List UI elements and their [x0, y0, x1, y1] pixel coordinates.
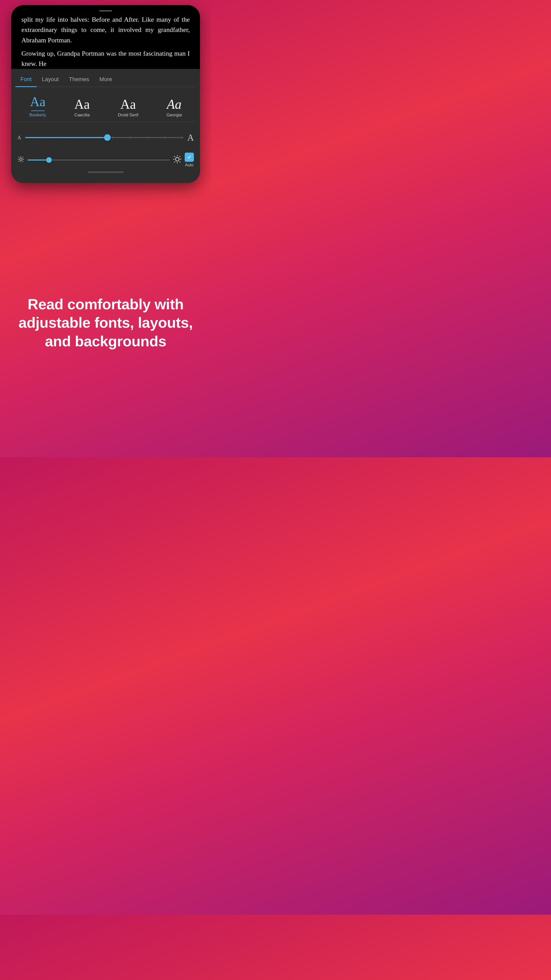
tab-more[interactable]: More [94, 74, 118, 87]
tick-2 [43, 137, 44, 138]
font-option-caecilia[interactable]: Aa Caecilia [74, 98, 90, 118]
tab-themes[interactable]: Themes [64, 74, 94, 87]
svg-point-0 [20, 158, 22, 161]
auto-brightness-toggle[interactable]: Auto [185, 153, 194, 167]
tab-layout[interactable]: Layout [37, 74, 64, 87]
tick-10 [182, 137, 183, 138]
svg-line-15 [179, 162, 180, 162]
phone-wrapper: split my life into halves: Before and Af… [6, 0, 205, 183]
font-preview-georgia: Aa [167, 98, 182, 111]
home-indicator [88, 172, 124, 173]
bookerly-underline [31, 110, 44, 111]
font-preview-bookerly: Aa [30, 95, 46, 108]
brightness-slider[interactable] [27, 159, 170, 161]
font-preview-caecilia: Aa [74, 98, 90, 111]
font-option-bookerly[interactable]: Aa Bookerly [29, 95, 46, 118]
bottom-panel: Font Layout Themes More Aa Bookerly Aa C… [11, 69, 200, 183]
svg-line-5 [19, 157, 19, 158]
tab-font[interactable]: Font [15, 74, 37, 87]
svg-point-9 [176, 158, 179, 161]
tabs: Font Layout Themes More [15, 74, 196, 87]
font-label-droid-serif: Droid Serif [118, 113, 138, 118]
slider-thumb[interactable] [104, 134, 111, 141]
tick-7 [130, 137, 130, 138]
font-label-bookerly: Bookerly [29, 113, 46, 118]
svg-line-14 [174, 156, 175, 157]
brightness-fill [27, 159, 49, 161]
tick-3 [60, 137, 61, 138]
svg-line-17 [174, 162, 175, 162]
font-option-droid-serif[interactable]: Aa Droid Serif [118, 98, 138, 118]
auto-label: Auto [185, 163, 194, 167]
tick-4 [78, 137, 78, 138]
font-size-small-label: A [17, 135, 21, 141]
checkbox-icon [185, 153, 194, 162]
book-text-1: split my life into halves: Before and Af… [21, 14, 190, 45]
tick-8 [148, 137, 148, 138]
tick-5 [95, 137, 96, 138]
scroll-indicator [99, 10, 112, 11]
font-size-large-label: A [187, 132, 194, 143]
book-text-2: Growing up, Grandpa Portman was the most… [21, 48, 190, 69]
svg-line-16 [179, 156, 180, 157]
brightness-low-icon [17, 156, 24, 164]
font-option-georgia[interactable]: Aa Georgia [166, 98, 182, 118]
promo-section: Read comfortably with adjustable fonts, … [0, 183, 211, 457]
font-label-georgia: Georgia [166, 113, 182, 118]
tick-1 [25, 137, 26, 138]
svg-line-6 [23, 161, 23, 162]
book-content: split my life into halves: Before and Af… [11, 5, 200, 69]
font-label-caecilia: Caecilia [74, 113, 89, 118]
tick-6 [113, 137, 113, 138]
font-size-row: A [15, 127, 196, 151]
brightness-thumb[interactable] [46, 157, 52, 163]
promo-text: Read comfortably with adjustable fonts, … [15, 295, 196, 351]
svg-line-7 [23, 157, 23, 158]
tick-9 [165, 137, 165, 138]
brightness-row: Auto [15, 151, 196, 169]
font-preview-droid-serif: Aa [121, 98, 136, 111]
font-size-slider[interactable] [25, 137, 183, 138]
phone: split my life into halves: Before and Af… [11, 5, 200, 183]
svg-line-8 [19, 161, 19, 162]
font-options: Aa Bookerly Aa Caecilia Aa Droid Serif A… [15, 93, 196, 122]
brightness-high-icon [173, 155, 182, 165]
